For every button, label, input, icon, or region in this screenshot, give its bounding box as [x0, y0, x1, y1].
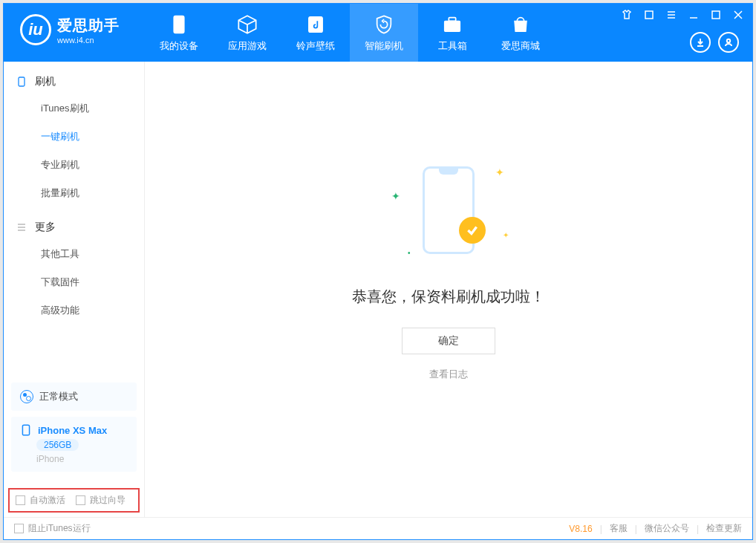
tab-smart-flash[interactable]: 智能刷机	[350, 4, 418, 62]
close-button[interactable]	[731, 8, 745, 22]
statusbar-right: V8.16 | 客服 | 微信公众号 | 检查更新	[569, 522, 742, 535]
svg-rect-5	[712, 11, 720, 19]
sidebar-item-itunes-flash[interactable]: iTunes刷机	[4, 94, 144, 123]
highlighted-checkbox-row: 自动激活 跳过向导	[8, 488, 140, 513]
tab-store[interactable]: 爱思商城	[486, 4, 555, 62]
statusbar: 阻止iTunes运行 V8.16 | 客服 | 微信公众号 | 检查更新	[4, 517, 752, 539]
tab-apps-games[interactable]: 应用游戏	[213, 4, 281, 62]
divider: |	[600, 524, 602, 534]
mode-icon	[20, 390, 33, 403]
sidebar-item-pro-flash[interactable]: 专业刷机	[4, 151, 144, 179]
sidebar-group-more: 更多	[4, 215, 144, 240]
tab-my-device[interactable]: 我的设备	[145, 4, 213, 62]
wechat-link[interactable]: 微信公众号	[645, 522, 689, 535]
success-message: 恭喜您，保资料刷机成功啦！	[352, 287, 545, 307]
svg-point-6	[727, 39, 730, 42]
sidebar-group-flash: 刷机	[4, 69, 144, 94]
checkbox-label: 跳过向导	[90, 494, 126, 507]
device-capacity: 256GB	[36, 439, 79, 451]
success-check-badge-icon	[459, 217, 486, 244]
check-update-link[interactable]: 检查更新	[706, 522, 742, 535]
minimize-button[interactable]	[687, 8, 700, 22]
title-controls	[620, 4, 752, 62]
logo-area: iu 爱思助手 www.i4.cn	[4, 4, 145, 45]
app-window: iu 爱思助手 www.i4.cn 我的设备 应用游戏 铃声壁纸 智能刷机	[3, 3, 753, 540]
user-button[interactable]	[718, 32, 739, 53]
skin-icon[interactable]	[642, 8, 656, 22]
sidebar-bottom: 正常模式 iPhone XS Max 256GB iPhone	[4, 377, 144, 485]
sidebar: 刷机 iTunes刷机 一键刷机 专业刷机 批量刷机 更多 其他工具 下载固件 …	[4, 62, 145, 517]
main-content: ✦ ✦ ✦ • 恭喜您，保资料刷机成功啦！ 确定 查看日志	[145, 62, 752, 517]
divider: |	[697, 524, 699, 534]
divider: |	[635, 524, 637, 534]
sparkle-icon: ✦	[503, 231, 509, 239]
checkbox-label: 自动激活	[30, 494, 65, 507]
svg-rect-4	[645, 11, 653, 19]
bag-icon	[509, 13, 532, 36]
toolbox-icon	[441, 13, 463, 36]
mode-label: 正常模式	[39, 390, 78, 403]
svg-rect-7	[19, 77, 25, 86]
checkbox-block-itunes[interactable]: 阻止iTunes运行	[14, 522, 91, 535]
kefu-link[interactable]: 客服	[610, 522, 628, 535]
sidebar-group-label: 更多	[35, 221, 56, 234]
mode-card[interactable]: 正常模式	[11, 383, 137, 411]
checkbox-skip-guide[interactable]: 跳过向导	[76, 494, 126, 507]
checkbox-label: 阻止iTunes运行	[28, 522, 91, 535]
device-phone-icon	[20, 424, 32, 436]
svg-rect-0	[174, 16, 184, 33]
side-nav: 刷机 iTunes刷机 一键刷机 专业刷机 批量刷机 更多 其他工具 下载固件 …	[4, 62, 144, 377]
sidebar-item-firmware[interactable]: 下载固件	[4, 268, 144, 296]
sidebar-item-onekey-flash[interactable]: 一键刷机	[4, 123, 144, 151]
sparkle-icon: ✦	[391, 190, 400, 202]
svg-rect-2	[445, 21, 460, 31]
logo-text: 爱思助手 www.i4.cn	[57, 16, 120, 45]
tab-label: 爱思商城	[501, 39, 540, 53]
device-sub: iPhone	[36, 454, 64, 464]
main-tabs: 我的设备 应用游戏 铃声壁纸 智能刷机 工具箱 爱思商城	[145, 4, 555, 62]
sidebar-item-batch-flash[interactable]: 批量刷机	[4, 179, 144, 207]
tab-label: 我的设备	[160, 39, 198, 53]
sparkle-icon: •	[408, 249, 411, 257]
sidebar-group-label: 刷机	[35, 75, 56, 88]
shield-refresh-icon	[373, 13, 395, 36]
music-file-icon	[304, 13, 327, 36]
tab-label: 智能刷机	[365, 39, 403, 53]
sparkle-icon: ✦	[495, 166, 504, 178]
success-illustration: ✦ ✦ ✦ •	[385, 160, 512, 264]
body: 刷机 iTunes刷机 一键刷机 专业刷机 批量刷机 更多 其他工具 下载固件 …	[4, 62, 752, 517]
header-round-buttons	[690, 32, 745, 53]
phone-outline-icon	[16, 76, 27, 88]
app-logo-icon: iu	[20, 14, 51, 45]
cube-icon	[236, 13, 258, 36]
checkbox-auto-activate[interactable]: 自动激活	[16, 494, 65, 507]
tshirt-icon[interactable]	[620, 8, 633, 22]
tab-label: 工具箱	[438, 39, 467, 53]
view-log-link[interactable]: 查看日志	[429, 368, 468, 381]
list-icon	[16, 221, 27, 233]
window-buttons	[620, 8, 745, 22]
app-title: 爱思助手	[57, 16, 120, 36]
svg-rect-8	[22, 425, 29, 435]
version-label: V8.16	[569, 524, 592, 534]
phone-icon	[168, 13, 190, 36]
device-name-label: iPhone XS Max	[38, 425, 107, 436]
sidebar-item-other-tools[interactable]: 其他工具	[4, 240, 144, 268]
tab-label: 铃声壁纸	[296, 39, 335, 53]
download-button[interactable]	[690, 32, 711, 53]
tab-ringtones[interactable]: 铃声壁纸	[281, 4, 350, 62]
device-card[interactable]: iPhone XS Max 256GB iPhone	[11, 417, 137, 472]
maximize-button[interactable]	[709, 8, 723, 22]
app-subtitle: www.i4.cn	[57, 36, 120, 45]
svg-rect-3	[449, 17, 455, 21]
tab-toolbox[interactable]: 工具箱	[418, 4, 486, 62]
titlebar: iu 爱思助手 www.i4.cn 我的设备 应用游戏 铃声壁纸 智能刷机	[4, 4, 752, 62]
sidebar-item-advanced[interactable]: 高级功能	[4, 296, 144, 325]
menu-icon[interactable]	[665, 8, 678, 22]
tab-label: 应用游戏	[228, 39, 267, 53]
ok-button[interactable]: 确定	[402, 328, 495, 354]
